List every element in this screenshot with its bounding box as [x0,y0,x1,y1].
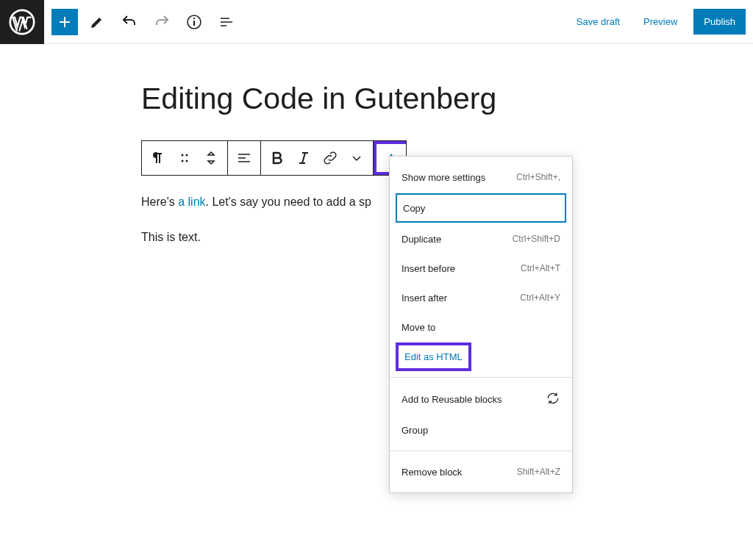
menu-insert-before[interactable]: Insert before Ctrl+Alt+T [390,254,572,283]
menu-label: Insert before [402,263,455,274]
menu-move-to[interactable]: Move to [390,312,572,342]
move-up-down-icon[interactable] [198,144,224,172]
menu-add-to-reusable[interactable]: Add to Reusable blocks [390,384,572,415]
menu-label: Group [402,425,428,436]
text: . Let's say you need to add a sp [206,195,371,208]
paragraph-block-icon[interactable] [145,144,171,172]
editor-header: Save draft Preview Publish [0,0,753,44]
menu-shortcut: Ctrl+Alt+T [521,263,560,273]
link-icon[interactable] [317,144,343,172]
menu-label: Duplicate [402,234,441,245]
menu-label: Remove block [402,467,462,478]
drag-handle-icon[interactable] [171,144,198,172]
menu-label: Move to [402,322,435,333]
header-actions: Save draft Preview Publish [569,9,753,35]
svg-point-5 [186,154,188,157]
redo-icon[interactable] [149,9,175,35]
undo-icon[interactable] [116,9,143,35]
wordpress-logo[interactable] [0,0,44,44]
menu-copy[interactable]: Copy [396,193,566,223]
menu-group[interactable]: Group [390,415,572,445]
bold-icon[interactable] [264,144,290,172]
menu-label: Copy [403,203,425,214]
chevron-down-icon[interactable] [343,144,370,172]
menu-shortcut: Shift+Alt+Z [517,467,560,477]
menu-edit-as-html[interactable]: Edit as HTML [390,342,572,371]
menu-duplicate[interactable]: Duplicate Ctrl+Shift+D [390,224,572,254]
content-link[interactable]: a link [178,195,205,208]
text: Here's [141,195,178,208]
add-block-button[interactable] [51,9,78,35]
block-toolbar [141,140,407,176]
menu-label: Show more settings [402,172,485,183]
edit-icon[interactable] [84,9,110,35]
svg-rect-2 [193,21,195,26]
svg-point-6 [182,160,184,162]
menu-label: Edit as HTML [404,351,463,362]
editor-content: Editing Code in Gutenberg Here's a link.… [141,44,612,246]
save-draft-button[interactable]: Save draft [569,10,627,33]
block-options-menu: Show more settings Ctrl+Shift+, Copy Dup… [389,156,573,493]
menu-shortcut: Ctrl+Shift+, [516,172,560,182]
menu-remove-block[interactable]: Remove block Shift+Alt+Z [390,457,572,487]
menu-insert-after[interactable]: Insert after Ctrl+Alt+Y [390,283,572,312]
menu-shortcut: Ctrl+Alt+Y [520,292,560,303]
reusable-icon [546,391,560,408]
toolbar-left [44,9,247,35]
list-view-icon[interactable] [213,9,240,35]
menu-label: Add to Reusable blocks [402,394,502,405]
menu-show-more-settings[interactable]: Show more settings Ctrl+Shift+, [390,162,572,192]
svg-point-4 [182,154,184,157]
align-icon[interactable] [231,144,257,172]
info-icon[interactable] [181,9,207,35]
svg-point-7 [186,160,188,162]
publish-button[interactable]: Publish [693,9,746,35]
menu-label: Insert after [402,292,447,304]
svg-rect-3 [193,18,195,19]
post-title[interactable]: Editing Code in Gutenberg [141,81,612,117]
preview-button[interactable]: Preview [636,10,685,33]
italic-icon[interactable] [290,144,317,172]
menu-shortcut: Ctrl+Shift+D [513,234,560,244]
